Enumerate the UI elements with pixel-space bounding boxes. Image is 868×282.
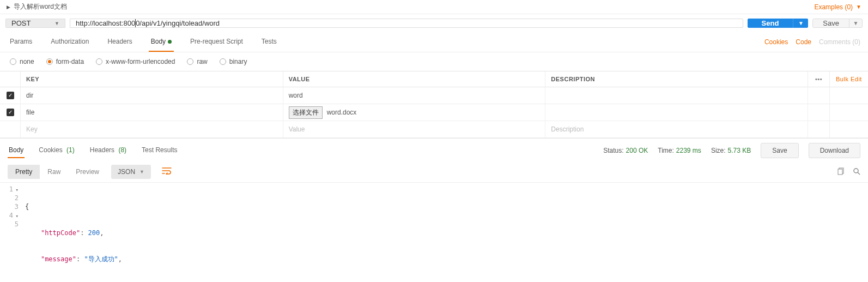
view-pretty[interactable]: Pretty xyxy=(8,165,40,179)
request-title-bar: ▶ 导入解析word文档 Examples (0) ▼ xyxy=(0,0,868,14)
body-lang-dropdown[interactable]: JSON ▼ xyxy=(111,165,151,179)
radio-icon xyxy=(10,58,16,65)
line-wrap-button[interactable] xyxy=(157,165,176,179)
examples-label: Examples (0) xyxy=(814,3,853,11)
cookies-link[interactable]: Cookies xyxy=(764,38,788,46)
status-stat: Status: 200 OK xyxy=(603,147,648,154)
http-method-dropdown[interactable]: POST ▼ xyxy=(5,19,65,28)
examples-dropdown[interactable]: Examples (0) ▼ xyxy=(814,3,861,11)
resp-tab-cookies[interactable]: Cookies (1) xyxy=(38,143,75,158)
fold-icon[interactable]: ▾ xyxy=(14,212,19,220)
modified-dot-icon xyxy=(168,40,172,44)
size-stat: Size: 5.73 KB xyxy=(711,147,751,154)
row-checkbox[interactable]: ✓ xyxy=(7,92,14,99)
save-button-label: Save xyxy=(813,19,849,27)
body-mode-urlencoded[interactable]: x-www-form-urlencoded xyxy=(96,58,175,65)
resp-tab-body[interactable]: Body xyxy=(8,143,25,158)
desc-header: DESCRIPTION xyxy=(545,71,808,87)
tab-tests[interactable]: Tests xyxy=(259,32,279,52)
request-name: 导入解析word文档 xyxy=(14,2,67,11)
resp-tab-tests[interactable]: Test Results xyxy=(141,143,178,158)
caret-down-icon: ▼ xyxy=(139,169,144,175)
view-preview[interactable]: Preview xyxy=(68,165,107,179)
search-icon[interactable] xyxy=(853,167,860,177)
value-header: VALUE xyxy=(283,71,546,87)
save-button-caret[interactable]: ▼ xyxy=(849,19,862,27)
fold-icon[interactable]: ▾ xyxy=(14,185,19,194)
send-button-label: Send xyxy=(748,19,793,28)
radio-icon xyxy=(220,58,226,65)
download-response-button[interactable]: Download xyxy=(809,143,860,158)
send-button-caret[interactable]: ▼ xyxy=(793,19,808,28)
value-input[interactable]: Value xyxy=(283,121,546,137)
tab-params[interactable]: Params xyxy=(8,32,34,52)
tab-headers[interactable]: Headers xyxy=(105,32,134,52)
more-button[interactable]: ••• xyxy=(808,71,830,87)
table-row: ✓ dir word xyxy=(0,87,868,104)
bulk-edit-link[interactable]: Bulk Edit xyxy=(830,71,868,87)
radio-icon xyxy=(187,58,193,65)
http-method-value: POST xyxy=(11,19,31,27)
tab-body[interactable]: Body xyxy=(149,32,174,52)
desc-input[interactable]: Description xyxy=(545,121,808,137)
key-input[interactable]: Key xyxy=(21,121,283,137)
svg-point-2 xyxy=(854,169,858,173)
line-gutter: 1▾ 2 3 4▾ 5 xyxy=(0,185,23,282)
tab-authorization[interactable]: Authorization xyxy=(48,32,91,52)
save-button[interactable]: Save ▼ xyxy=(812,19,863,28)
body-mode-raw[interactable]: raw xyxy=(187,58,207,65)
value-cell[interactable]: 选择文件 word.docx xyxy=(283,104,546,121)
copy-icon[interactable] xyxy=(837,167,845,177)
key-cell[interactable]: dir xyxy=(21,87,283,104)
collapse-triangle-icon[interactable]: ▶ xyxy=(7,4,10,10)
tab-prerequest[interactable]: Pre-request Script xyxy=(188,32,245,52)
radio-icon xyxy=(46,58,53,65)
desc-cell[interactable] xyxy=(545,87,808,104)
formdata-table: KEY VALUE DESCRIPTION ••• Bulk Edit ✓ di… xyxy=(0,71,868,139)
caret-down-icon: ▼ xyxy=(856,4,861,10)
svg-line-3 xyxy=(858,172,860,175)
send-button[interactable]: Send ▼ xyxy=(748,19,809,28)
key-header: KEY xyxy=(21,71,283,87)
table-row-new[interactable]: Key Value Description xyxy=(0,121,868,138)
time-stat: Time: 2239 ms xyxy=(658,147,701,154)
resp-tab-headers[interactable]: Headers (8) xyxy=(89,143,128,158)
comments-link[interactable]: Comments (0) xyxy=(819,38,860,46)
request-url-input[interactable]: http://localhost:8000/api/v1/yingqi/tole… xyxy=(70,19,743,28)
body-mode-formdata[interactable]: form-data xyxy=(46,58,84,65)
body-mode-binary[interactable]: binary xyxy=(220,58,247,65)
response-body-json[interactable]: 1▾ 2 3 4▾ 5 { "httpCode": 200, "message"… xyxy=(0,183,868,282)
checkbox-header xyxy=(0,71,21,87)
row-checkbox[interactable]: ✓ xyxy=(7,109,14,116)
table-row: ✓ file 选择文件 word.docx xyxy=(0,104,868,121)
view-raw[interactable]: Raw xyxy=(40,165,68,179)
svg-rect-1 xyxy=(838,169,842,175)
key-cell[interactable]: file xyxy=(21,104,283,121)
choose-file-button[interactable]: 选择文件 xyxy=(289,106,323,119)
wrap-icon xyxy=(162,167,172,175)
desc-cell[interactable] xyxy=(545,104,808,121)
caret-down-icon: ▼ xyxy=(54,21,59,26)
radio-icon xyxy=(96,58,102,65)
save-response-button[interactable]: Save xyxy=(761,143,798,158)
body-mode-none[interactable]: none xyxy=(10,58,34,65)
filename-label: word.docx xyxy=(327,109,357,116)
code-link[interactable]: Code xyxy=(796,38,811,46)
value-cell[interactable]: word xyxy=(283,87,546,104)
